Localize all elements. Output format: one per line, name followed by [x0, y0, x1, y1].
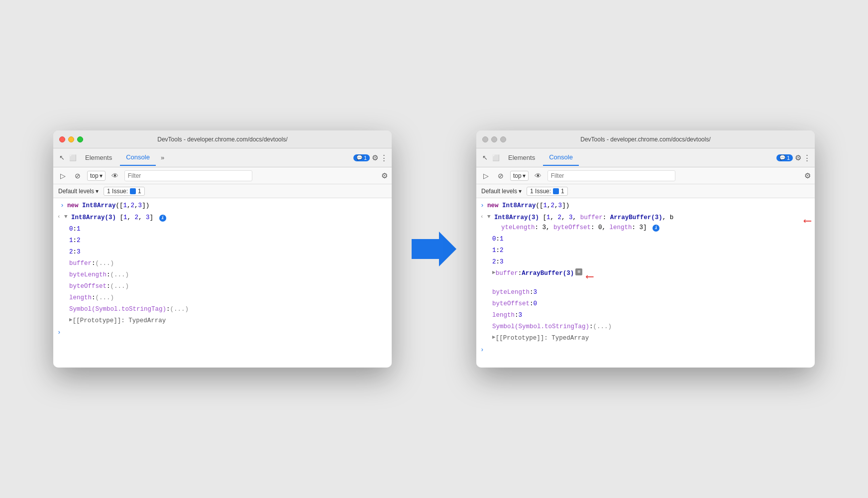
direction-arrow — [412, 232, 456, 266]
right-device-icon[interactable]: ⬜ — [491, 153, 500, 162]
left-run-btn[interactable]: ▷ — [57, 170, 68, 181]
left-prop-0: 0: 1 — [57, 224, 388, 235]
left-console-toolbar: ▷ ⊘ top ▾ 👁 ⚙ — [53, 167, 392, 184]
right-devtools-tabs: ↖ ⬜ Elements Console 💬 1 ⚙ ⋮ — [476, 148, 815, 167]
left-traffic-lights — [59, 136, 83, 142]
right-info-badge[interactable]: i — [652, 225, 659, 232]
left-new-keyword: new — [67, 202, 82, 209]
right-prop-bytelength: byteLength: 3 — [480, 287, 811, 298]
left-issue-icon — [130, 188, 136, 194]
right-issues-badge[interactable]: 💬 1 — [776, 154, 793, 161]
right-prop-buffer: ▶ buffer : ArrayBuffer(3) ⊞ ⟵ — [480, 268, 811, 287]
right-eye-btn[interactable]: 👁 — [533, 170, 543, 181]
right-prompt-arrow: › — [480, 345, 484, 355]
left-console-gear[interactable]: ⚙ — [381, 171, 388, 180]
right-tab-elements[interactable]: Elements — [502, 150, 541, 166]
left-top-chevron: ▾ — [100, 172, 103, 179]
left-prop-bytelength: byteLength: (...) — [57, 269, 388, 281]
left-input-arrow: › — [57, 201, 67, 211]
scene: DevTools - developer.chrome.com/docs/dev… — [53, 130, 815, 368]
right-top-selector[interactable]: top ▾ — [510, 171, 529, 181]
right-window-title: DevTools - developer.chrome.com/docs/dev… — [580, 136, 710, 143]
svg-marker-0 — [412, 232, 456, 266]
left-prop-length: length: (...) — [57, 292, 388, 304]
left-prop-2: 2: 3 — [57, 247, 388, 258]
right-input-arrow: › — [480, 201, 487, 211]
right-prop-symbol: Symbol(Symbol.toStringTag): (...) — [480, 321, 811, 333]
right-prop-0: 0: 1 — [480, 234, 811, 245]
right-output-header: ‹ ▼ Int8Array(3) [1, 2, 3, buffer: Array… — [480, 212, 811, 234]
left-prompt-arrow: › — [57, 328, 61, 338]
left-title-bar: DevTools - developer.chrome.com/docs/dev… — [53, 130, 392, 148]
right-prompt[interactable]: › — [480, 344, 811, 356]
left-prop-prototype: ▶ [[Prototype]]: TypedArray — [57, 315, 388, 327]
left-default-levels[interactable]: Default levels ▾ — [58, 188, 99, 195]
right-tab-console[interactable]: Console — [543, 150, 579, 166]
right-devtools-window: DevTools - developer.chrome.com/docs/dev… — [476, 130, 815, 368]
right-red-arrow-buffer: ⟵ — [586, 268, 593, 286]
left-prop-1: 1: 2 — [57, 235, 388, 247]
left-more-icon[interactable]: ⋮ — [380, 153, 388, 162]
right-default-levels[interactable]: Default levels ▾ — [481, 188, 522, 195]
left-prop-symbol: Symbol(Symbol.toStringTag): (...) — [57, 304, 388, 315]
left-expand-triangle[interactable]: ▼ — [64, 213, 71, 222]
left-top-selector[interactable]: top ▾ — [87, 171, 106, 181]
right-red-arrow-header: ⟵ — [804, 213, 811, 230]
right-issue-icon — [553, 188, 559, 194]
right-prop-1: 1: 2 — [480, 245, 811, 256]
left-info-badge[interactable]: i — [159, 215, 166, 222]
left-tl-maximize[interactable] — [77, 136, 83, 142]
left-top-label: top — [90, 172, 99, 179]
right-ban-btn[interactable]: ⊘ — [495, 170, 506, 181]
right-tl-minimize[interactable] — [491, 136, 497, 142]
right-issues-count[interactable]: 1 Issue: 1 — [527, 187, 568, 196]
left-tab-elements[interactable]: Elements — [79, 150, 118, 166]
left-input-line: › new Int8Array([1,2,3]) — [57, 200, 388, 212]
left-gear-icon[interactable]: ⚙ — [372, 153, 378, 162]
right-run-btn[interactable]: ▷ — [480, 170, 491, 181]
right-console-content: › new Int8Array([1,2,3]) ‹ ▼ Int8Array(3… — [476, 198, 815, 368]
left-issues-count[interactable]: 1 Issue: 1 — [104, 187, 145, 196]
right-issues-bar: Default levels ▾ 1 Issue: 1 — [476, 184, 815, 198]
right-traffic-lights — [482, 136, 506, 142]
left-tl-close[interactable] — [59, 136, 65, 142]
right-prop-2: 2: 3 — [480, 256, 811, 268]
left-tab-console[interactable]: Console — [120, 150, 156, 166]
right-inspect-icon[interactable]: ↖ — [480, 153, 489, 162]
blue-arrow-svg — [412, 232, 456, 266]
left-output-header: ‹ ▼ Int8Array(3) [1, 2, 3] i — [57, 212, 388, 224]
left-filter-input[interactable] — [124, 170, 252, 181]
left-badge-count: 1 — [364, 155, 367, 161]
right-top-label: top — [513, 172, 522, 179]
left-inspect-icon[interactable]: ↖ — [57, 153, 66, 162]
left-tl-minimize[interactable] — [68, 136, 74, 142]
left-ban-btn[interactable]: ⊘ — [72, 170, 83, 181]
right-prop-byteoffset: byteOffset: 0 — [480, 298, 811, 310]
left-prompt[interactable]: › — [57, 327, 388, 339]
right-badge-count: 1 — [787, 155, 790, 161]
left-prop-byteoffset: byteOffset: (...) — [57, 281, 388, 292]
left-issues-badge[interactable]: 💬 1 — [353, 154, 370, 161]
right-buffer-icon: ⊞ — [575, 268, 582, 275]
right-more-icon[interactable]: ⋮ — [803, 153, 811, 162]
left-tab-more[interactable]: » — [158, 154, 167, 161]
right-tl-close[interactable] — [482, 136, 488, 142]
left-window-title: DevTools - developer.chrome.com/docs/dev… — [157, 136, 287, 143]
left-class-name: Int8Array — [82, 202, 116, 209]
right-buffer-triangle[interactable]: ▶ — [492, 268, 496, 277]
right-expand-triangle[interactable]: ▼ — [487, 213, 494, 222]
left-devtools-window: DevTools - developer.chrome.com/docs/dev… — [53, 130, 392, 368]
left-device-icon[interactable]: ⬜ — [68, 153, 77, 162]
right-back-arrow: ‹ — [480, 213, 487, 222]
right-top-chevron: ▾ — [523, 172, 526, 179]
right-gear-icon[interactable]: ⚙ — [795, 153, 801, 162]
right-console-gear[interactable]: ⚙ — [804, 171, 811, 180]
right-console-toolbar: ▷ ⊘ top ▾ 👁 ⚙ — [476, 167, 815, 184]
right-prop-length: length: 3 — [480, 310, 811, 321]
left-eye-btn[interactable]: 👁 — [109, 170, 120, 181]
right-tl-maximize[interactable] — [500, 136, 506, 142]
left-issues-bar: Default levels ▾ 1 Issue: 1 — [53, 184, 392, 198]
right-filter-input[interactable] — [547, 170, 675, 181]
right-prop-prototype: ▶ [[Prototype]]: TypedArray — [480, 333, 811, 344]
left-back-arrow: ‹ — [57, 213, 64, 222]
